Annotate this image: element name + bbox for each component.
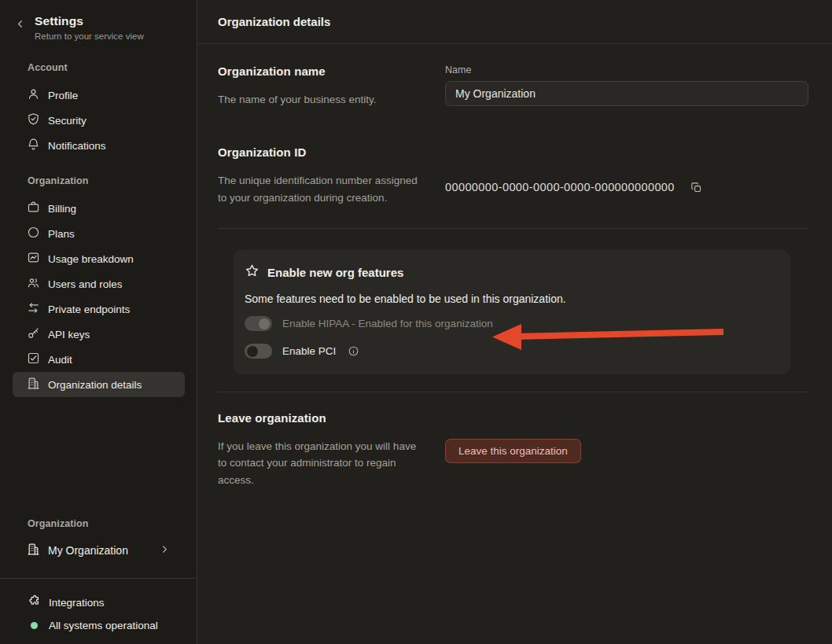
users-icon [27,276,40,292]
sidebar-subtitle[interactable]: Return to your service view [35,31,144,41]
sidebar-item-label: API keys [48,329,90,340]
org-name-input[interactable] [445,81,808,106]
pci-toggle-label: Enable PCI [282,345,336,357]
section-divider [218,228,808,229]
building-icon [27,377,40,392]
page-title: Organization details [197,0,832,44]
org-name-section: Organization name The name of your busin… [218,64,808,108]
main-panel: Organization details Organization name T… [197,0,832,644]
sidebar-item-label: Plans [48,228,75,240]
pci-toggle[interactable] [245,344,272,359]
org-id-title: Organization ID [218,145,445,159]
org-name-title: Organization name [218,64,445,78]
org-switcher[interactable]: My Organization [13,538,185,563]
sidebar-item-label: Profile [48,90,78,101]
sidebar-item-label: Usage breakdown [48,253,134,265]
leave-org-title: Leave organization [218,411,445,425]
sidebar-item-usage-breakdown[interactable]: Usage breakdown [13,246,185,271]
features-card: Enable new org features Some features ne… [234,250,790,374]
audit-icon [27,351,40,367]
leave-organization-button[interactable]: Leave this organization [445,439,581,463]
puzzle-icon [28,594,41,610]
section-label-organization: Organization [0,175,197,186]
sidebar-bottom: Integrations All systems operational [0,578,197,644]
leave-org-section: Leave organization If you leave this org… [218,411,808,488]
sidebar-title: Settings [35,14,144,28]
settings-sidebar: Settings Return to your service view Acc… [0,0,197,644]
sidebar-item-audit[interactable]: Audit [13,347,185,372]
building-icon [27,543,40,558]
sidebar-header: Settings Return to your service view [0,0,197,41]
sidebar-item-users-and-roles[interactable]: Users and roles [13,271,185,296]
sidebar-item-plans[interactable]: Plans [13,221,185,246]
briefcase-icon [27,201,40,216]
status-dot-icon [31,622,38,629]
shield-check-icon [27,112,40,128]
sidebar-item-profile[interactable]: Profile [13,83,185,108]
org-switcher-label: My Organization [48,544,128,557]
leave-org-description: If you leave this organization you will … [218,438,418,488]
features-card-description: Some features need to be enabled to be u… [245,293,775,305]
features-card-title: Enable new org features [267,266,403,279]
footer-section-label: Organization [0,518,197,529]
pci-toggle-row: Enable PCI [245,343,775,360]
sidebar-item-label: Organization details [48,379,142,391]
org-id-description: The unique identification number assigne… [218,172,418,206]
integrations-link[interactable]: Integrations [28,594,184,610]
sidebar-item-security[interactable]: Security [13,108,185,133]
sidebar-item-api-keys[interactable]: API keys [13,322,185,347]
name-field-label: Name [445,64,808,75]
status-label: All systems operational [49,620,158,631]
info-icon[interactable] [348,345,359,357]
sidebar-item-private-endpoints[interactable]: Private endpoints [13,296,185,322]
copy-icon[interactable] [690,182,702,193]
sidebar-item-label: Billing [48,203,76,215]
bell-icon [27,138,40,153]
sidebar-item-label: Private endpoints [48,304,130,315]
chart-icon [27,251,40,267]
section-divider [218,392,808,392]
key-icon [27,326,40,342]
user-icon [27,87,40,103]
back-chevron-icon[interactable] [14,18,26,41]
arrows-swap-icon [27,301,40,317]
account-nav-list: Profile Security Notifications [0,83,197,158]
integrations-label: Integrations [49,597,105,609]
sidebar-item-label: Users and roles [48,278,123,290]
org-id-section: Organization ID The unique identificatio… [218,145,808,206]
sidebar-item-notifications[interactable]: Notifications [13,133,185,158]
section-label-account: Account [0,62,197,73]
hipaa-toggle[interactable] [245,316,272,331]
hipaa-toggle-row: Enable HIPAA - Enabled for this organiza… [245,315,775,333]
org-id-value: 00000000-0000-0000-0000-000000000000 [445,181,675,193]
organization-nav-list: Billing Plans Usage breakdown Users and … [0,196,197,397]
org-name-description: The name of your business entity. [218,91,418,108]
system-status-link[interactable]: All systems operational [28,620,184,631]
sidebar-item-label: Notifications [48,140,106,152]
circle-icon [27,226,40,241]
star-icon [245,263,260,282]
sidebar-item-billing[interactable]: Billing [13,196,185,221]
hipaa-toggle-label: Enable HIPAA - Enabled for this organiza… [282,318,493,329]
sidebar-item-label: Security [48,115,87,127]
sidebar-item-label: Audit [48,354,72,366]
sidebar-item-organization-details[interactable]: Organization details [13,372,185,397]
chevron-right-icon [159,543,171,558]
